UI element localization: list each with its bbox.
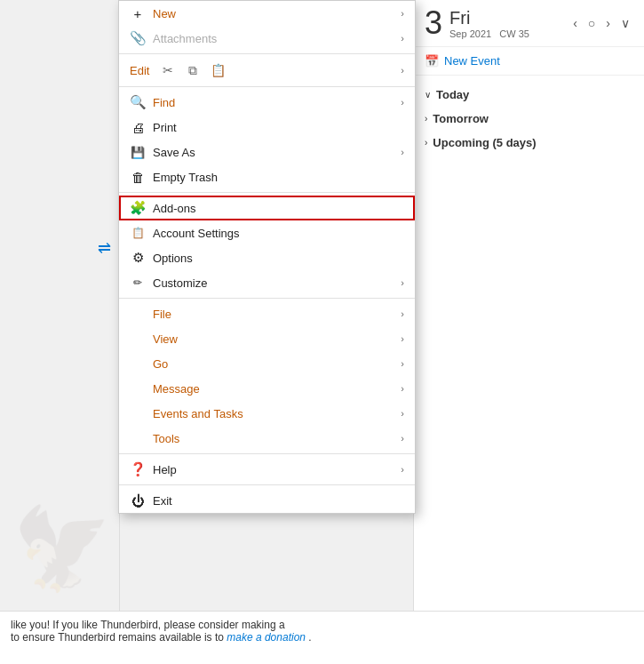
menu-save-as-label: Save As [153, 146, 394, 159]
calendar-header: 3 Fri Sep 2021 CW 35 ‹ ○ › ∨ [414, 0, 644, 47]
attachments-icon: 📎 [130, 30, 146, 46]
menu-view-label: View [153, 332, 394, 346]
menu-item-print[interactable]: 🖨 Print [119, 115, 415, 140]
menu-item-view[interactable]: · View › [119, 326, 415, 351]
new-event-button[interactable]: 📅 New Event [414, 47, 644, 76]
customize-chevron: › [401, 277, 404, 288]
cal-nav-right[interactable]: › [602, 14, 614, 32]
save-as-chevron: › [401, 147, 404, 157]
menu-item-save-as[interactable]: 💾 Save As › [119, 140, 415, 164]
find-chevron: › [401, 97, 404, 108]
menu-help-label: Help [153, 463, 394, 476]
menu-find-label: Find [153, 96, 394, 109]
calendar-section-upcoming[interactable]: › Upcoming (5 days) [414, 131, 644, 155]
divider-5 [119, 453, 415, 454]
menu-item-exit[interactable]: ⏻ Exit [119, 488, 415, 513]
menu-print-label: Print [153, 121, 404, 134]
menu-overlay: + New › 📎 Attachments › Edit ✂ ⧉ 📋 › 🔍 F… [118, 0, 416, 514]
menu-item-message[interactable]: · Message › [119, 376, 415, 401]
calendar-section-today[interactable]: ∨ Today [414, 83, 644, 107]
menu-item-events-tasks[interactable]: · Events and Tasks › [119, 401, 415, 426]
menu-item-new[interactable]: + New › [119, 1, 415, 26]
menu-options-label: Options [153, 252, 404, 265]
menu-item-tools[interactable]: · Tools › [119, 426, 415, 451]
copy-icon[interactable]: ⧉ [183, 60, 203, 80]
donation-link[interactable]: make a donation [227, 631, 306, 644]
addons-icon: 🧩 [130, 200, 146, 216]
find-icon: 🔍 [130, 94, 146, 110]
menu-item-options[interactable]: ⚙ Options [119, 245, 415, 270]
paste-icon[interactable]: 📋 [208, 60, 227, 80]
calendar-date-info: Fri Sep 2021 CW 35 [449, 8, 529, 39]
today-label: Today [436, 88, 469, 101]
menu-message-label: Message [153, 382, 394, 396]
menu-item-help[interactable]: ❓ Help › [119, 457, 415, 482]
cal-nav-circle[interactable]: ○ [584, 14, 599, 32]
menu-item-file[interactable]: · File › [119, 301, 415, 326]
divider-4 [119, 298, 415, 299]
empty-trash-icon: 🗑 [130, 169, 146, 185]
donation-text-1: like you! If you like Thunderbird, pleas… [11, 619, 633, 631]
print-icon: 🖨 [130, 119, 146, 135]
menu-customize-label: Customize [153, 276, 394, 290]
divider-1 [119, 53, 415, 54]
new-icon: + [130, 5, 146, 21]
help-chevron: › [401, 464, 404, 475]
new-chevron: › [401, 8, 404, 19]
menu-item-customize[interactable]: ✏ Customize › [119, 270, 415, 295]
help-icon: ❓ [130, 461, 146, 477]
menu-attachments-label: Attachments [153, 32, 394, 45]
menu-exit-label: Exit [153, 494, 404, 508]
calendar-month-year: Sep 2021 CW 35 [449, 28, 529, 39]
donation-text-2: to ensure Thunderbird remains available … [11, 631, 633, 644]
menu-item-empty-trash[interactable]: 🗑 Empty Trash [119, 164, 415, 189]
calendar-date-number: 3 [425, 7, 442, 39]
edit-label: Edit [130, 64, 149, 77]
donation-bar: like you! If you like Thunderbird, pleas… [0, 611, 644, 664]
menu-item-go[interactable]: · Go › [119, 351, 415, 376]
menu-new-label: New [153, 7, 394, 20]
new-event-label: New Event [444, 54, 500, 68]
cal-nav-dropdown[interactable]: ∨ [617, 14, 633, 32]
calendar-panel: 3 Fri Sep 2021 CW 35 ‹ ○ › ∨ 📅 New Event… [413, 0, 644, 664]
calendar-sections: ∨ Today › Tomorrow › Upcoming (5 days) [414, 76, 644, 162]
tomorrow-label: Tomorrow [433, 112, 489, 125]
upcoming-arrow: › [425, 138, 427, 148]
go-chevron: › [401, 358, 404, 369]
menu-go-label: Go [153, 357, 394, 371]
menu-item-account-settings[interactable]: 📋 Account Settings [119, 220, 415, 245]
divider-6 [119, 484, 415, 485]
options-icon: ⚙ [130, 250, 146, 266]
upcoming-label: Upcoming (5 days) [433, 136, 536, 149]
customize-icon: ✏ [130, 275, 146, 291]
cal-nav-left[interactable]: ‹ [569, 14, 581, 32]
divider-2 [119, 86, 415, 87]
save-as-icon: 💾 [130, 144, 146, 160]
message-chevron: › [401, 383, 404, 394]
attachments-chevron: › [401, 33, 404, 44]
view-chevron: › [401, 333, 404, 344]
calendar-nav[interactable]: ‹ ○ › ∨ [569, 14, 633, 32]
menu-account-settings-label: Account Settings [153, 227, 404, 240]
calendar-day-name: Fri [449, 8, 529, 28]
menu-addons-label: Add-ons [153, 202, 404, 215]
menu-edit-row[interactable]: Edit ✂ ⧉ 📋 › [119, 57, 415, 84]
new-event-icon: 📅 [425, 54, 439, 68]
calendar-section-tomorrow[interactable]: › Tomorrow [414, 107, 644, 131]
thunderbird-watermark: 🦅 [9, 495, 115, 602]
menu-item-find[interactable]: 🔍 Find › [119, 90, 415, 115]
today-arrow: ∨ [425, 90, 431, 100]
menu-item-attachments[interactable]: 📎 Attachments › [119, 26, 415, 51]
divider-3 [119, 192, 415, 193]
wifi-icon: ⇌ [98, 238, 111, 258]
tomorrow-arrow: › [425, 114, 427, 124]
cut-icon[interactable]: ✂ [158, 60, 178, 80]
file-chevron: › [401, 308, 404, 319]
tools-chevron: › [401, 433, 404, 444]
menu-item-addons[interactable]: 🧩 Add-ons [119, 196, 415, 220]
menu-events-tasks-label: Events and Tasks [153, 407, 394, 420]
edit-chevron: › [401, 65, 404, 76]
menu-file-label: File [153, 308, 394, 321]
account-settings-icon: 📋 [130, 225, 146, 241]
events-chevron: › [401, 408, 404, 419]
